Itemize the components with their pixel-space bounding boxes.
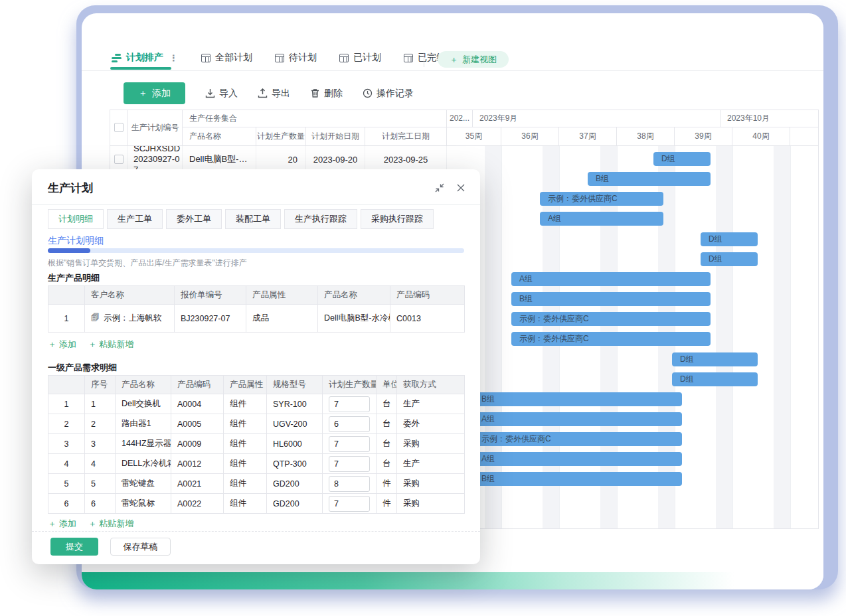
cell-seq[interactable]: 6	[85, 494, 116, 514]
operation-log-button[interactable]: 操作记录	[363, 88, 414, 100]
cell-product-attr[interactable]: 成品	[246, 305, 318, 333]
more-dots-icon[interactable]: ⋮	[169, 53, 179, 63]
cell-end-date[interactable]: 2023-09-25	[365, 146, 447, 173]
cell-method[interactable]: 生产	[397, 454, 465, 474]
cell-product-code[interactable]: A0022	[171, 494, 224, 514]
gantt-bar[interactable]: D组	[672, 372, 758, 386]
add-row-link[interactable]: ＋ 添加	[48, 518, 76, 530]
relation-icon[interactable]: 🗐	[91, 313, 100, 323]
new-view-button[interactable]: ＋ 新建视图	[438, 51, 509, 68]
cell-product-attr[interactable]: 组件	[224, 414, 267, 434]
close-icon[interactable]	[456, 183, 465, 193]
submit-button[interactable]: 提交	[50, 538, 98, 556]
tab-all-plans[interactable]: 全部计划	[201, 52, 252, 64]
cell-seq[interactable]: 2	[85, 414, 116, 434]
cell-product-name[interactable]: Dell交换机	[116, 394, 171, 414]
gantt-bar[interactable]: 示例：委外供应商C	[540, 192, 663, 206]
cell-product-attr[interactable]: 组件	[224, 474, 267, 494]
cell-unit[interactable]: 台	[377, 454, 397, 474]
cell-seq[interactable]: 3	[85, 434, 116, 454]
gantt-bar[interactable]: D组	[701, 232, 758, 246]
tab-assembly-order[interactable]: 装配工单	[225, 209, 281, 229]
gantt-bar[interactable]: B组	[473, 472, 682, 486]
cell-quote-no[interactable]: BJ230927-07	[175, 305, 246, 333]
cell-method[interactable]: 生产	[397, 394, 465, 414]
select-all-checkbox[interactable]	[114, 123, 124, 132]
cell-unit[interactable]: 件	[377, 474, 397, 494]
qty-input[interactable]	[329, 396, 370, 412]
cell-spec[interactable]: SYR-100	[267, 394, 323, 414]
qty-input[interactable]	[329, 496, 370, 512]
gantt-bar[interactable]: A组	[473, 452, 682, 466]
paste-add-link[interactable]: ＋ 粘贴新增	[88, 518, 134, 530]
cell-method[interactable]: 采购	[397, 434, 465, 454]
tab-production-tracking[interactable]: 生产执行跟踪	[284, 209, 357, 229]
export-button[interactable]: 导出	[258, 88, 290, 100]
gantt-bar[interactable]: D组	[701, 252, 758, 266]
cell-product[interactable]: Dell电脑B型-水冷机箱	[183, 146, 256, 173]
gantt-bar[interactable]: D组	[672, 352, 758, 366]
cell-product-name[interactable]: 144HZ显示器	[116, 434, 171, 454]
tab-to-plan[interactable]: 待计划	[275, 52, 317, 64]
cell-product-code[interactable]: A0005	[171, 414, 224, 434]
cell-qty[interactable]: 20	[256, 146, 306, 173]
cell-spec[interactable]: HL6000	[267, 434, 323, 454]
tab-planned[interactable]: 已计划	[339, 52, 381, 64]
cell-product-code[interactable]: A0021	[171, 474, 224, 494]
cell-product-name[interactable]: Dell电脑B型-水冷机箱	[318, 305, 390, 333]
cell-method[interactable]: 采购	[397, 474, 465, 494]
paste-add-link[interactable]: ＋ 粘贴新增	[88, 339, 134, 350]
cell-product-name[interactable]: 路由器1	[116, 414, 171, 434]
cell-spec[interactable]: GD200	[267, 494, 323, 514]
cell-product-name[interactable]: 雷蛇鼠标	[116, 494, 171, 514]
cell-spec[interactable]: QTP-300	[267, 454, 323, 474]
cell-spec[interactable]: GD200	[267, 474, 323, 494]
gantt-bar[interactable]: 示例：委外供应商C	[511, 312, 711, 326]
gantt-bar[interactable]: 示例：委外供应商C	[473, 432, 682, 446]
import-button[interactable]: 导入	[205, 88, 238, 100]
gantt-bar[interactable]: B组	[473, 392, 682, 406]
cell-product-attr[interactable]: 组件	[224, 454, 267, 474]
cell-seq[interactable]: 5	[85, 474, 116, 494]
tab-purchase-tracking[interactable]: 采购执行跟踪	[361, 209, 434, 229]
collapse-icon[interactable]	[435, 183, 444, 193]
row-checkbox[interactable]	[114, 155, 124, 164]
tab-outsourcing-order[interactable]: 委外工单	[166, 209, 222, 229]
cell-unit[interactable]: 台	[377, 394, 397, 414]
cell-plan-no[interactable]: SCJHXSDD20230927-07	[128, 146, 183, 173]
gantt-bar[interactable]: A组	[511, 272, 711, 286]
cell-spec[interactable]: UGV-200	[267, 414, 323, 434]
tab-plan-detail[interactable]: 计划明细	[48, 209, 104, 229]
cell-product-name[interactable]: DELL水冷机箱	[116, 454, 171, 474]
cell-unit[interactable]: 台	[377, 414, 397, 434]
gantt-bar[interactable]: D组	[653, 152, 711, 166]
cell-seq[interactable]: 4	[85, 454, 116, 474]
cell-product-name[interactable]: 雷蛇键盘	[116, 474, 171, 494]
cell-unit[interactable]: 件	[377, 494, 397, 514]
qty-input[interactable]	[329, 416, 370, 432]
tab-plan-scheduling[interactable]: 计划排产 ⋮	[112, 52, 179, 64]
cell-product-attr[interactable]: 组件	[224, 494, 267, 514]
add-row-link[interactable]: ＋ 添加	[48, 339, 76, 350]
qty-input[interactable]	[329, 436, 370, 452]
tab-production-order[interactable]: 生产工单	[107, 209, 163, 229]
cell-method[interactable]: 委外	[397, 414, 465, 434]
qty-input[interactable]	[329, 476, 370, 492]
cell-start-date[interactable]: 2023-09-20	[306, 146, 365, 173]
add-button[interactable]: ＋ 添加	[124, 82, 185, 104]
plan-detail-link[interactable]: 生产计划明细	[48, 235, 104, 247]
cell-product-attr[interactable]: 组件	[224, 394, 267, 414]
gantt-bar[interactable]: 示例：委外供应商C	[511, 332, 711, 346]
gantt-bar[interactable]: B组	[511, 292, 711, 306]
gantt-bar[interactable]: A组	[473, 412, 682, 426]
cell-product-code[interactable]: A0012	[171, 454, 224, 474]
cell-seq[interactable]: 1	[85, 394, 116, 414]
delete-button[interactable]: 删除	[310, 88, 343, 100]
gantt-bar[interactable]: A组	[540, 212, 663, 226]
cell-unit[interactable]: 台	[377, 434, 397, 454]
gantt-bar[interactable]: B组	[588, 172, 711, 186]
cell-method[interactable]: 采购	[397, 494, 465, 514]
cell-product-code[interactable]: C0013	[390, 305, 465, 333]
cell-customer[interactable]: 🗐示例：上海帆软	[85, 305, 175, 333]
cell-product-code[interactable]: A0004	[171, 394, 224, 414]
